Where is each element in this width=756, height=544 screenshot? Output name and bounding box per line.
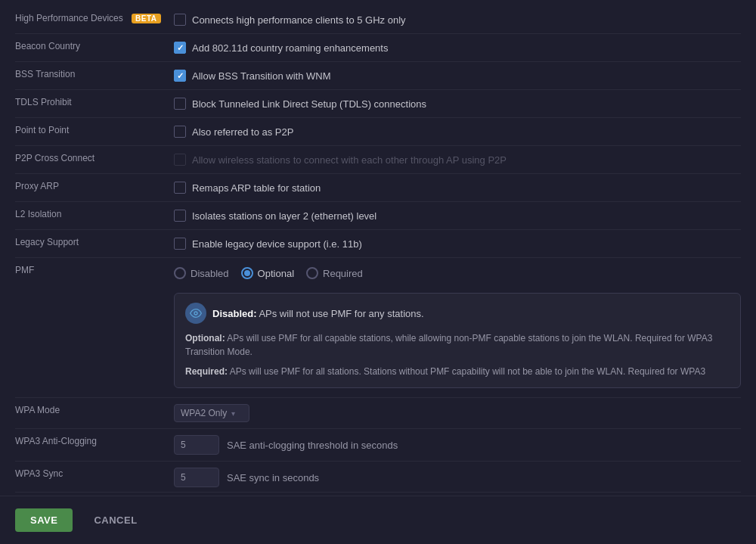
divider-12: [15, 461, 741, 462]
pmf-radio-group: Disabled Optional Required: [174, 264, 741, 282]
l2-isolation-row: L2 Isolation Isolates stations on layer …: [15, 204, 741, 228]
l2-isolation-label: L2 Isolation: [15, 208, 174, 219]
legacy-support-row: Legacy Support Enable legacy device supp…: [15, 232, 741, 256]
wpa3-anti-clogging-row: WPA3 Anti-Clogging SAE anti-clogging thr…: [15, 431, 741, 459]
pmf-disabled-text: Disabled: APs will not use PMF for any s…: [212, 308, 424, 319]
pmf-label: PMF: [15, 264, 174, 282]
p2pcc-label: Allow wireless stations to connect with …: [192, 154, 507, 166]
wpa-mode-dropdown-row: WPA2 Only ▾: [174, 404, 741, 422]
pmf-optional-radio[interactable]: [241, 267, 253, 279]
wpa3-anti-clogging-input-label: SAE anti-clogging threshold in seconds: [227, 440, 398, 451]
pmf-required-radio-item[interactable]: Required: [306, 267, 363, 279]
eye-icon: [190, 307, 202, 319]
pmf-info-wrapper: Disabled: APs will not use PMF for any s…: [15, 288, 741, 391]
divider-9: [15, 257, 741, 258]
parp-checkbox[interactable]: [174, 182, 186, 194]
divider-3: [15, 89, 741, 90]
beacon-country-row: Beacon Country Add 802.11d country roami…: [15, 36, 741, 60]
divider-1: [15, 33, 741, 34]
wpa3-anti-clogging-content: SAE anti-clogging threshold in seconds: [174, 435, 741, 455]
bss-transition-content: Allow BSS Transition with WNM: [174, 68, 741, 83]
svg-point-0: [194, 312, 197, 315]
p2p-cross-connect-content: Allow wireless stations to connect with …: [174, 152, 741, 167]
beacon-country-label: Beacon Country: [15, 40, 174, 51]
p2pcc-checkbox[interactable]: [174, 154, 186, 166]
l2i-checkbox[interactable]: [174, 210, 186, 222]
p2p-checkbox[interactable]: [174, 126, 186, 138]
parp-checkbox-row: Remaps ARP table for station: [174, 180, 741, 195]
wpa-mode-dropdown[interactable]: WPA2 Only ▾: [174, 404, 249, 422]
wpa3-anti-clogging-input-row: SAE anti-clogging threshold in seconds: [174, 435, 741, 455]
p2p-label: Also referred to as P2P: [192, 126, 293, 138]
divider-8: [15, 229, 741, 230]
pmf-disabled-radio[interactable]: [174, 267, 186, 279]
bss-transition-label: BSS Transition: [15, 68, 174, 79]
divider-6: [15, 173, 741, 174]
pmf-required-text: Required: APs will use PMF for all stati…: [185, 365, 730, 378]
l2i-label: Isolates stations on layer 2 (ethernet) …: [192, 210, 376, 222]
divider-10: [15, 397, 741, 398]
pmf-disabled-radio-item[interactable]: Disabled: [174, 267, 229, 279]
wpa3-sync-content: SAE sync in seconds: [174, 468, 741, 487]
wpa3-sync-label: WPA3 Sync: [15, 468, 174, 479]
l2i-checkbox-row: Isolates stations on layer 2 (ethernet) …: [174, 208, 741, 223]
tdls-checkbox[interactable]: [174, 98, 186, 110]
hpd-checkbox-row: Connects high performance clients to 5 G…: [174, 12, 741, 27]
wpa-mode-row: WPA Mode WPA2 Only ▾: [15, 399, 741, 427]
wpa3-sync-input-row: SAE sync in seconds: [174, 468, 741, 487]
legacy-support-label: Legacy Support: [15, 236, 174, 247]
cancel-button[interactable]: CANCEL: [82, 508, 149, 532]
pmf-disabled-radio-label: Disabled: [191, 268, 229, 279]
divider-2: [15, 61, 741, 62]
wpa3-sync-input[interactable]: [174, 468, 219, 487]
hpd-label: Connects high performance clients to 5 G…: [192, 14, 406, 26]
pmf-optional-text: Optional: APs will use PMF for all capab…: [185, 331, 730, 359]
bss-label: Allow BSS Transition with WNM: [192, 70, 331, 82]
divider-4: [15, 117, 741, 118]
pmf-required-radio[interactable]: [306, 267, 318, 279]
wpa3-sync-row: WPA3 Sync SAE sync in seconds: [15, 463, 741, 492]
pmf-optional-radio-item[interactable]: Optional: [241, 267, 294, 279]
ls-checkbox[interactable]: [174, 238, 186, 250]
beta-badge: BETA: [132, 14, 160, 23]
pmf-optional-radio-label: Optional: [258, 268, 294, 279]
wpa-mode-content: WPA2 Only ▾: [174, 404, 741, 422]
bss-checkbox[interactable]: [174, 70, 186, 82]
bc-checkbox[interactable]: [174, 42, 186, 54]
wpa3-anti-clogging-input[interactable]: [174, 435, 219, 455]
p2p-cross-connect-row: P2P Cross Connect Allow wireless station…: [15, 148, 741, 172]
wpa-mode-value: WPA2 Only: [181, 408, 227, 418]
save-button[interactable]: SAVE: [15, 508, 73, 532]
bc-label: Add 802.11d country roaming enhancements: [192, 42, 388, 54]
point-to-point-content: Also referred to as P2P: [174, 124, 741, 139]
pmf-required-radio-label: Required: [323, 268, 363, 279]
p2pcc-checkbox-row: Allow wireless stations to connect with …: [174, 152, 741, 167]
proxy-arp-row: Proxy ARP Remaps ARP table for station: [15, 176, 741, 200]
wpa3-sync-input-label: SAE sync in seconds: [227, 472, 319, 483]
proxy-arp-label: Proxy ARP: [15, 180, 174, 191]
pmf-info-box: Disabled: APs will not use PMF for any s…: [174, 293, 741, 388]
content-area: High Performance Devices BETA Connects h…: [0, 0, 756, 496]
p2p-cross-connect-label: P2P Cross Connect: [15, 152, 174, 163]
proxy-arp-content: Remaps ARP table for station: [174, 180, 741, 195]
pmf-row: PMF Disabled Optional Requir: [15, 260, 741, 396]
pmf-content: Disabled Optional Required: [174, 264, 741, 282]
tdls-prohibit-row: TDLS Prohibit Block Tunneled Link Direct…: [15, 92, 741, 116]
divider-5: [15, 145, 741, 146]
ls-checkbox-row: Enable legacy device support (i.e. 11b): [174, 236, 741, 251]
divider-7: [15, 201, 741, 202]
parp-label: Remaps ARP table for station: [192, 182, 321, 194]
tdls-prohibit-label: TDLS Prohibit: [15, 96, 174, 107]
beacon-country-content: Add 802.11d country roaming enhancements: [174, 40, 741, 55]
pmf-main-row: PMF Disabled Optional Requir: [15, 264, 741, 282]
bss-checkbox-row: Allow BSS Transition with WNM: [174, 68, 741, 83]
ls-label: Enable legacy device support (i.e. 11b): [192, 238, 362, 250]
high-performance-devices-row: High Performance Devices BETA Connects h…: [15, 8, 741, 32]
hpd-checkbox[interactable]: [174, 14, 186, 26]
tdls-checkbox-row: Block Tunneled Link Direct Setup (TDLS) …: [174, 96, 741, 111]
bc-checkbox-row: Add 802.11d country roaming enhancements: [174, 40, 741, 55]
wpa-mode-label: WPA Mode: [15, 404, 174, 415]
divider-11: [15, 428, 741, 429]
p2p-checkbox-row: Also referred to as P2P: [174, 124, 741, 139]
point-to-point-label: Point to Point: [15, 124, 174, 135]
